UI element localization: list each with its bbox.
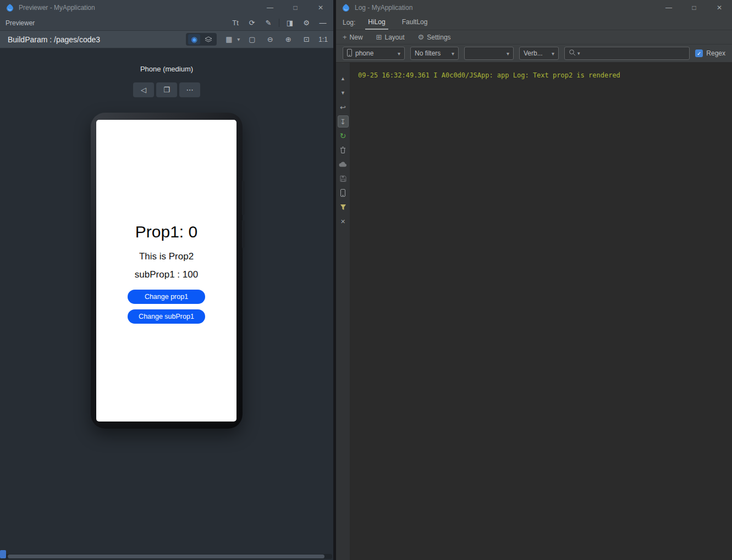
inspect-icon[interactable]: ✎ bbox=[262, 17, 274, 29]
regex-toggle[interactable]: ✓ Regex bbox=[695, 49, 725, 57]
chevron-down-icon: ▾ bbox=[237, 36, 240, 42]
prop1-text: Prop1: 0 bbox=[135, 223, 197, 241]
device-label: Phone (medium) bbox=[0, 65, 333, 73]
bottom-left-blue-badge[interactable] bbox=[0, 550, 6, 558]
horizontal-scrollbar-thumb[interactable] bbox=[8, 555, 324, 558]
filter-funnel-icon[interactable] bbox=[337, 200, 349, 214]
previewer-toolbar-icons: Tt ⟳ ✎ ◨ ⚙ — bbox=[229, 17, 329, 29]
build-param-label: BuildParam : /pages/code3 bbox=[8, 35, 100, 44]
previewer-titlebar: Previewer - MyApplication — □ ✕ bbox=[0, 0, 333, 15]
log-output-pane[interactable]: 09-25 16:32:49.361 I A0c0d0/JSApp: app L… bbox=[350, 63, 732, 560]
previewer-toolbar: Previewer Tt ⟳ ✎ ◨ ⚙ — bbox=[0, 15, 333, 31]
search-icon bbox=[569, 48, 576, 58]
preview-nav-row: ◁ ❐ ⋯ bbox=[0, 82, 333, 97]
previewer-settings-gear-icon[interactable]: ⚙ bbox=[300, 17, 312, 29]
log-tabs-row: Log: HiLog FaultLog bbox=[336, 15, 732, 30]
log-minimize-button[interactable]: — bbox=[656, 0, 681, 15]
log-search-input[interactable] bbox=[582, 47, 686, 59]
log-window-title: Log - MyApplication bbox=[355, 4, 412, 12]
scope-select[interactable]: ▾ bbox=[464, 47, 514, 60]
chevron-down-icon: ▾ bbox=[452, 51, 454, 57]
previewer-window-title: Previewer - MyApplication bbox=[19, 4, 95, 12]
panel-layout-icon[interactable]: ◨ bbox=[284, 17, 296, 29]
scroll-down-icon[interactable]: ▼ bbox=[337, 86, 349, 100]
zoom-out-icon[interactable]: ⊖ bbox=[264, 34, 276, 46]
phone-device-icon bbox=[347, 49, 352, 58]
frame-bounds-icon[interactable]: ▢ bbox=[246, 34, 258, 46]
close-panel-icon[interactable]: ✕ bbox=[337, 214, 349, 229]
log-icon-strip: ▲ ▼ ↩ ↧ ↻ ✕ bbox=[336, 63, 350, 560]
log-level-select[interactable]: Verb... ▾ bbox=[519, 47, 559, 60]
regex-label: Regex bbox=[706, 49, 725, 57]
zoom-scale-button[interactable]: 1:1 bbox=[318, 36, 328, 43]
deveco-logo-icon bbox=[342, 3, 350, 12]
layout-button[interactable]: ⊞ Layout bbox=[376, 33, 405, 41]
previewer-minimize-button[interactable]: — bbox=[257, 0, 283, 15]
log-window: Log - MyApplication — □ ✕ Log: HiLog Fau… bbox=[336, 0, 732, 560]
log-maximize-button[interactable]: □ bbox=[681, 0, 707, 15]
build-param-bar: BuildParam : /pages/code3 ◉ ▦ ▾ ▢ ⊖ ⊕ ⊡ … bbox=[0, 31, 333, 48]
horizontal-scrollbar[interactable] bbox=[1, 554, 332, 559]
zoom-in-icon[interactable]: ⊕ bbox=[282, 34, 294, 46]
font-scale-icon[interactable]: Tt bbox=[229, 17, 241, 29]
previewer-window-controls: — □ ✕ bbox=[257, 0, 333, 15]
deveco-logo-icon bbox=[5, 3, 14, 12]
phone-volume-button bbox=[242, 181, 245, 215]
chevron-down-icon: ▾ bbox=[552, 51, 554, 57]
chevron-down-icon: ▾ bbox=[398, 51, 400, 57]
tab-faultlog[interactable]: FaultLog bbox=[399, 15, 431, 30]
previewer-maximize-button[interactable]: □ bbox=[283, 0, 308, 15]
more-button[interactable]: ⋯ bbox=[179, 82, 200, 97]
device-preview-target-icon[interactable]: ◉ bbox=[188, 34, 200, 45]
component-grid-dropdown[interactable]: ▦ ▾ bbox=[223, 34, 240, 46]
soft-wrap-icon[interactable]: ↩ bbox=[337, 100, 349, 114]
device-log-icon[interactable] bbox=[337, 186, 349, 200]
phone-mockup: Prop1: 0 This is Prop2 subProp1 : 100 Ch… bbox=[91, 113, 243, 429]
tab-hilog[interactable]: HiLog bbox=[365, 15, 388, 30]
log-close-button[interactable]: ✕ bbox=[707, 0, 732, 15]
settings-gear-icon: ⚙ bbox=[418, 33, 425, 41]
device-select[interactable]: phone ▾ bbox=[343, 47, 405, 60]
collapse-panel-icon[interactable]: — bbox=[317, 17, 329, 29]
layout-label: Layout bbox=[385, 34, 405, 41]
change-prop1-button[interactable]: Change prop1 bbox=[128, 290, 205, 304]
clear-log-trash-icon[interactable] bbox=[337, 143, 349, 157]
log-titlebar: Log - MyApplication — □ ✕ bbox=[336, 0, 732, 15]
preview-mode-toggle-group: ◉ bbox=[186, 33, 217, 46]
regex-checkbox[interactable]: ✓ bbox=[695, 49, 703, 57]
change-subprop1-button[interactable]: Change subProp1 bbox=[128, 309, 205, 324]
back-button[interactable]: ◁ bbox=[133, 82, 154, 97]
refresh-icon[interactable]: ⟳ bbox=[246, 17, 258, 29]
phone-power-button bbox=[242, 220, 245, 248]
scroll-to-end-icon[interactable]: ↧ bbox=[338, 115, 349, 127]
prop2-text: This is Prop2 bbox=[139, 251, 194, 263]
rotate-button[interactable]: ❐ bbox=[156, 82, 177, 97]
previewer-toolbar-label: Previewer bbox=[5, 19, 35, 27]
phone-screen: Prop1: 0 This is Prop2 subProp1 : 100 Ch… bbox=[96, 120, 236, 422]
log-entry: 09-25 16:32:49.361 I A0c0d0/JSApp: app L… bbox=[358, 71, 732, 80]
chevron-down-icon: ▾ bbox=[507, 51, 509, 57]
previewer-close-button[interactable]: ✕ bbox=[308, 0, 333, 15]
cloud-icon[interactable] bbox=[337, 157, 349, 171]
save-log-icon[interactable] bbox=[337, 171, 349, 186]
log-filter-row: phone ▾ No filters ▾ ▾ Verb... ▾ ▾ ✓ Reg… bbox=[336, 45, 732, 63]
settings-button[interactable]: ⚙ Settings bbox=[418, 33, 451, 41]
filter-select-value: No filters bbox=[415, 49, 441, 57]
log-section-label: Log: bbox=[343, 19, 357, 30]
build-param-icons: ◉ ▦ ▾ ▢ ⊖ ⊕ ⊡ 1:1 bbox=[186, 33, 328, 46]
device-select-value: phone bbox=[355, 49, 373, 57]
layers-icon[interactable] bbox=[202, 34, 214, 45]
restart-session-icon[interactable]: ↻ bbox=[337, 129, 349, 143]
log-search-box[interactable]: ▾ bbox=[564, 47, 690, 60]
log-window-controls: — □ ✕ bbox=[656, 0, 732, 15]
search-history-chevron-icon[interactable]: ▾ bbox=[577, 51, 580, 56]
new-filter-button[interactable]: + New bbox=[343, 33, 363, 41]
filter-select[interactable]: No filters ▾ bbox=[410, 47, 459, 60]
toolbar-divider bbox=[279, 19, 279, 27]
fit-screen-icon[interactable]: ⊡ bbox=[300, 34, 312, 46]
plus-icon: + bbox=[343, 33, 347, 41]
component-grid-icon: ▦ bbox=[223, 34, 235, 46]
scroll-up-icon[interactable]: ▲ bbox=[337, 71, 349, 86]
log-body: ▲ ▼ ↩ ↧ ↻ ✕ 09-25 16:32:49.361 I A0c0d0 bbox=[336, 63, 732, 560]
settings-label: Settings bbox=[427, 34, 450, 41]
